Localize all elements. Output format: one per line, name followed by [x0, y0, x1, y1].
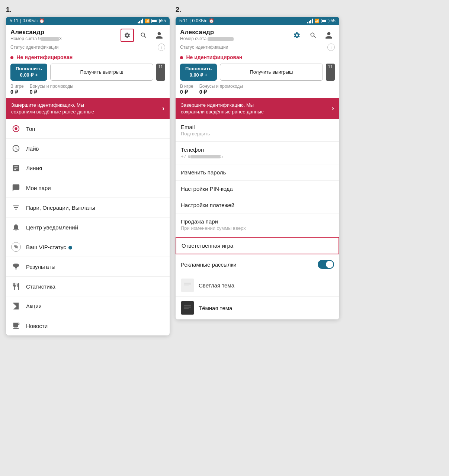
promotions-icon — [11, 301, 21, 311]
withdraw-button-2[interactable]: Получить выигрыш — [220, 64, 323, 81]
promo-toggle[interactable] — [318, 260, 334, 269]
screenshot-1-wrapper: 1. 5:11 | 0.0КБ/с ⏰ 📶 — [6, 6, 170, 335]
menu-item-live[interactable]: Лайв — [6, 139, 170, 158]
deposit-button-1[interactable]: Пополнить 0,00 ₽ + — [10, 64, 47, 81]
status-bar-2: 5:11 | 0.0КБ/с ⏰ 📶 5 — [176, 17, 339, 25]
settings-button-1[interactable] — [121, 29, 134, 42]
identification-banner-2[interactable]: Завершите идентификацию. Мысохранили вве… — [176, 98, 339, 119]
news-icon — [11, 321, 21, 331]
signal-icon — [138, 19, 143, 23]
wifi-icon-2: 📶 — [314, 19, 320, 23]
vip-dot — [68, 246, 72, 250]
in-game-stat-2: В игре 0 ₽ — [180, 84, 193, 95]
status-bar-left-2: 5:11 | 0.0КБ/с ⏰ — [179, 18, 214, 23]
settings-phone[interactable]: Телефон +7 95 — [176, 142, 339, 164]
line-icon — [11, 163, 21, 173]
masked-account-2 — [208, 37, 234, 41]
svg-rect-4 — [184, 305, 191, 306]
search-button-2[interactable] — [307, 29, 319, 41]
user-info-2: Александр Номер счёта — [180, 29, 290, 41]
live-icon — [11, 144, 21, 153]
status-label-1: Статус идентификации — [10, 45, 59, 50]
settings-dark-theme[interactable]: Тёмная тема — [176, 297, 339, 319]
header-icons-1 — [121, 29, 165, 42]
user-name-2: Александр — [180, 29, 290, 36]
masked-phone — [190, 155, 220, 158]
dark-theme-icon — [181, 301, 194, 315]
menu-item-vip[interactable]: % Ваш VIP-статус — [6, 237, 170, 257]
settings-change-password[interactable]: Изменить пароль — [176, 164, 339, 181]
operations-icon — [11, 203, 21, 212]
header-top-2: Александр Номер счёта — [180, 29, 335, 42]
bonus-stat: Бонусы и промокоды 0 ₽ — [30, 84, 73, 95]
search-button-1[interactable] — [138, 29, 150, 41]
svg-rect-5 — [184, 307, 191, 308]
deposit-button-2[interactable]: Пополнить 0,00 ₽ + — [180, 64, 217, 81]
light-theme-label: Светлая тема — [199, 282, 234, 289]
header-top-1: Александр Номер счёта 93 — [10, 29, 165, 42]
user-name-1: Александр — [10, 29, 121, 36]
phone-2: 5:11 | 0.0КБ/с ⏰ 📶 5 — [176, 17, 339, 319]
status-row-2: Статус идентификации i — [180, 44, 335, 51]
settings-payments[interactable]: Настройки платежей — [176, 197, 339, 213]
alarm-icon-2: ⏰ — [209, 18, 214, 23]
status-bar-right: 📶 55 — [138, 18, 166, 23]
withdraw-button-1[interactable]: Получить выигрыш — [50, 64, 153, 81]
separator: | — [20, 18, 21, 23]
settings-sell-bet[interactable]: Продажа пари При изменении суммы вверх — [176, 213, 339, 236]
header-1: Александр Номер счёта 93 — [6, 25, 170, 98]
profile-button-2[interactable] — [323, 29, 335, 41]
not-identified-1: Не идентифицирован — [16, 54, 73, 60]
identification-banner-1[interactable]: Завершите идентификацию. Мысохранили вве… — [6, 98, 170, 119]
search-icon-2 — [310, 32, 317, 39]
status-bar-left: 5:11 | 0.0КБ/с ⏰ — [10, 18, 45, 23]
header-icons-2 — [290, 29, 335, 42]
line-label: Линия — [26, 165, 164, 171]
battery-icon-2 — [321, 19, 329, 23]
in-game-stat: В игре 0 ₽ — [10, 84, 24, 95]
menu-item-stats[interactable]: Статистика — [6, 277, 170, 296]
info-icon-2[interactable]: i — [327, 44, 335, 51]
stats-row-2: В игре 0 ₽ Бонусы и промокоды 0 ₽ — [180, 84, 335, 95]
menu-item-top[interactable]: Топ — [6, 119, 170, 139]
settings-promo-mailings[interactable]: Рекламные рассылки — [176, 255, 339, 274]
results-label: Результаты — [26, 264, 164, 270]
operations-label: Пари, Операции, Выплаты — [26, 205, 164, 211]
account-number-2: Номер счёта — [180, 36, 290, 41]
settings-responsible-game[interactable]: Ответственная игра — [176, 237, 339, 254]
news-label: Новости — [26, 323, 164, 329]
svg-rect-2 — [184, 284, 191, 285]
battery-icon — [151, 19, 160, 23]
menu-item-news[interactable]: Новости — [6, 316, 170, 335]
identification-status-2: Не идентифицирован — [180, 54, 335, 61]
info-icon-1[interactable]: i — [158, 44, 165, 51]
banner-arrow-2: › — [332, 104, 334, 112]
dot-red-1 — [10, 56, 13, 59]
speed-2: 0.0КБ/с — [192, 18, 207, 23]
stats-label: Статистика — [26, 283, 164, 290]
menu-item-mybets[interactable]: Мои пари — [6, 178, 170, 198]
menu-item-notifications[interactable]: Центр уведомлений — [6, 218, 170, 237]
notifications-icon — [11, 222, 21, 232]
live-label: Лайв — [26, 145, 164, 152]
menu-item-line[interactable]: Линия — [6, 158, 170, 178]
wifi-icon: 📶 — [145, 19, 150, 23]
vip-label: Ваш VIP-статус — [26, 244, 164, 250]
settings-button-2[interactable] — [290, 29, 304, 42]
menu-item-operations[interactable]: Пари, Операции, Выплаты — [6, 198, 170, 218]
profile-button-1[interactable] — [153, 29, 165, 41]
alarm-icon: ⏰ — [39, 18, 45, 23]
menu-item-promotions[interactable]: Акции — [6, 296, 170, 316]
menu-item-results[interactable]: Результаты — [6, 257, 170, 277]
gear-icon-1 — [124, 32, 131, 39]
dot-red-2 — [180, 56, 183, 59]
signal-icon-2 — [307, 19, 313, 23]
notifications-label: Центр уведомлений — [26, 224, 164, 231]
profile-icon-2 — [325, 31, 333, 39]
label-1: 1. — [6, 6, 170, 14]
status-bar-1: 5:11 | 0.0КБ/с ⏰ 📶 5 — [6, 17, 170, 25]
settings-email[interactable]: Email Подтвердить — [176, 119, 339, 142]
settings-pin[interactable]: Настройки PIN-кода — [176, 181, 339, 197]
settings-light-theme[interactable]: Светлая тема — [176, 274, 339, 297]
status-bar-right-2: 📶 55 — [307, 18, 336, 23]
